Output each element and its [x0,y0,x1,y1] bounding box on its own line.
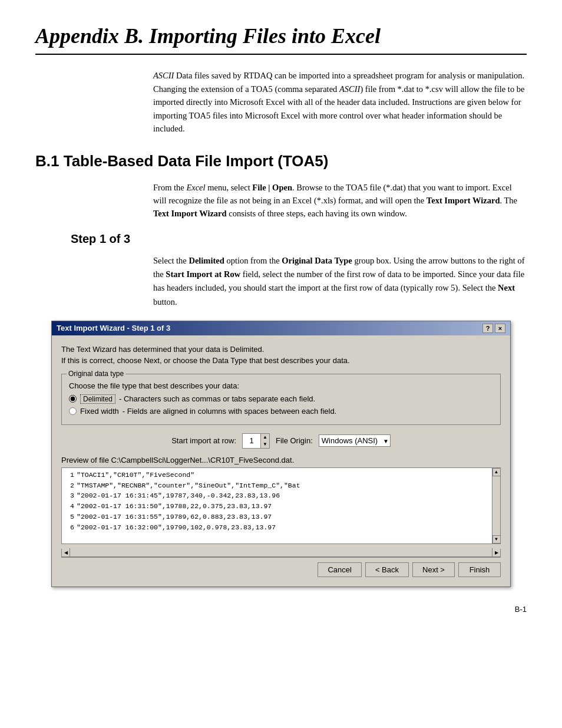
wizard-intro-line2: If this is correct, choose Next, or choo… [61,355,501,367]
h-scroll-track[interactable] [70,548,492,556]
page-title: Appendix B. Importing Files into Excel [35,24,527,55]
preview-row-3: 3 "2002-01-17 16:31:45",19787,340,-0.342… [65,490,497,501]
scrollbar-thumb[interactable] [492,476,501,535]
step1-description: Select the Delimited option from the Ori… [153,254,527,309]
radio-delimited[interactable] [69,395,77,403]
spinner-down[interactable]: ▼ [261,441,269,448]
back-button[interactable]: < Back [365,562,409,577]
group-content: Choose the file type that best describes… [69,379,493,416]
group-prompt: Choose the file type that best describes… [69,381,493,390]
close-button[interactable]: × [495,324,505,333]
wizard-intro: The Text Wizard has determined that your… [61,344,501,367]
titlebar-buttons: ? × [482,324,505,333]
wizard-intro-line1: The Text Wizard has determined that your… [61,344,501,355]
fixed-label: Fixed width [80,407,119,416]
wizard-titlebar: Text Import Wizard - Step 1 of 3 ? × [52,321,510,335]
next-button[interactable]: Next > [412,562,455,577]
wizard-content: The Text Wizard has determined that your… [52,335,510,587]
delimited-label: Delimited [80,394,115,404]
original-data-type-group: Original data type Choose the file type … [61,374,501,425]
file-origin-select[interactable]: Windows (ANSI) [319,434,391,447]
finish-button[interactable]: Finish [458,562,501,577]
preview-row-2: 2 "TMSTAMP","RECNBR","counter","SineOut"… [65,480,497,491]
scrollbar-down-arrow[interactable]: ▼ [492,535,501,543]
preview-row-4: 4 "2002-01-17 16:31:50",19788,22,0.375,2… [65,501,497,512]
step1-title: Step 1 of 3 [71,232,527,246]
h-scroll-left-arrow[interactable]: ◀ [62,548,70,556]
preview-container: 1 "TOACI1","CR10T","FiveSecond" 2 "TMSTA… [61,467,501,557]
start-import-label: Start import at row: [171,436,236,445]
radio-delimited-desc: - Characters such as commas or tabs sepa… [119,394,315,403]
spinner-up[interactable]: ▲ [261,434,269,441]
start-import-input[interactable]: 1 [243,434,260,448]
radio-fixed[interactable] [69,407,77,415]
help-button[interactable]: ? [482,324,493,333]
start-import-spinner[interactable]: 1 ▲ ▼ [242,433,270,449]
radio-delimited-row: Delimited - Characters such as commas or… [69,394,493,404]
radio-fixed-row: Fixed width - Fields are aligned in colu… [69,407,493,416]
wizard-buttons-row: Cancel < Back Next > Finish [61,557,501,579]
preview-scrollbar-vertical[interactable]: ▲ ▼ [492,468,500,543]
import-row-section: Start import at row: 1 ▲ ▼ File Origin: … [61,433,501,449]
file-origin-label: File Origin: [276,436,313,445]
radio-fixed-desc: - Fields are aligned in columns with spa… [123,407,336,416]
preview-scrollbar-horizontal[interactable]: ◀ ▶ [61,549,501,557]
preview-label: Preview of file C:\CampbellSci\LoggerNet… [61,456,501,465]
scrollbar-up-arrow[interactable]: ▲ [492,468,501,476]
file-origin-wrapper[interactable]: Windows (ANSI) ▼ [319,434,391,447]
spinner-arrows: ▲ ▼ [260,434,269,448]
preview-row-5: 5 "2002-01-17 16:31:55",19789,62,0.883,2… [65,512,497,522]
preview-row-1: 1 "TOACI1","CR10T","FiveSecond" [65,470,497,480]
cancel-button[interactable]: Cancel [318,562,361,577]
preview-box: 1 "TOACI1","CR10T","FiveSecond" 2 "TMSTA… [61,467,501,544]
h-scroll-right-arrow[interactable]: ▶ [492,548,500,556]
section-b1-title: B.1 Table-Based Data File Import (TOA5) [35,152,527,170]
group-box-label: Original data type [67,370,125,378]
page-number: B-1 [35,605,527,614]
wizard-title: Text Import Wizard - Step 1 of 3 [57,324,170,332]
preview-row-6: 6 "2002-01-17 16:32:00",19790,102,0.978,… [65,522,497,533]
section-b1-body: From the Excel menu, select File | Open.… [153,181,527,220]
wizard-dialog: Text Import Wizard - Step 1 of 3 ? × The… [51,321,511,587]
intro-text: ASCII Data files saved by RTDAQ can be i… [153,69,527,135]
